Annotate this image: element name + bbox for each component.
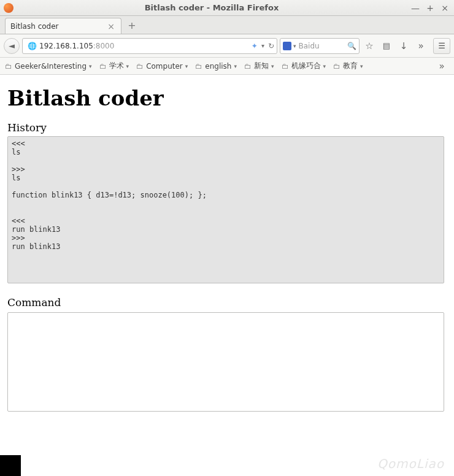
- reload-icon[interactable]: ↻: [268, 42, 274, 50]
- firefox-app-icon: [4, 3, 13, 13]
- folder-icon: 🗀: [195, 62, 202, 71]
- window-title: Bitlash coder - Mozilla Firefox: [17, 3, 406, 12]
- folder-icon: 🗀: [136, 62, 144, 71]
- url-bar[interactable]: 🌐 192.168.1.105:8000 ✦ ▾ ↻: [22, 38, 277, 54]
- search-engine-dropdown-icon[interactable]: ▾: [293, 43, 296, 49]
- bookmark-folder[interactable]: 🗀Computer▾: [136, 62, 188, 71]
- bookmark-label: Geeker&Interesting: [15, 62, 87, 71]
- url-host: 192.168.1.105: [39, 42, 93, 50]
- bookmarks-overflow-button[interactable]: »: [434, 59, 449, 74]
- maximize-button[interactable]: +: [426, 4, 434, 12]
- folder-icon: 🗀: [99, 62, 107, 71]
- feed-icon[interactable]: ✦: [252, 42, 258, 50]
- bookmark-label: 机缘巧合: [291, 61, 321, 71]
- search-placeholder: Baidu: [299, 42, 347, 50]
- arrow-left-icon: ◄: [9, 41, 15, 50]
- tab-bar: Bitlash coder × +: [0, 16, 454, 34]
- close-window-button[interactable]: ×: [441, 4, 449, 12]
- bookmark-folder[interactable]: 🗀机缘巧合▾: [282, 61, 326, 71]
- navigation-toolbar: ◄ 🌐 192.168.1.105:8000 ✦ ▾ ↻ ▾ Baidu 🔍 ☆…: [0, 34, 454, 58]
- bookmark-folder[interactable]: 🗀english▾: [195, 62, 237, 71]
- chevron-down-icon: ▾: [185, 63, 188, 69]
- folder-icon: 🗀: [5, 62, 12, 71]
- minimize-button[interactable]: —: [411, 4, 420, 12]
- folder-icon: 🗀: [244, 62, 252, 71]
- hamburger-menu-button[interactable]: ☰: [433, 38, 450, 54]
- folder-icon: 🗀: [333, 62, 340, 71]
- history-textarea[interactable]: [7, 136, 444, 283]
- search-bar[interactable]: ▾ Baidu 🔍: [280, 38, 360, 54]
- window-titlebar: Bitlash coder - Mozilla Firefox — + ×: [0, 0, 454, 16]
- bookmark-label: 新知: [254, 61, 269, 71]
- downloads-button[interactable]: ↓: [396, 39, 411, 53]
- search-engine-icon: [283, 42, 291, 50]
- chevron-down-icon: ▾: [89, 63, 92, 69]
- command-label: Command: [7, 296, 447, 309]
- new-tab-button[interactable]: +: [125, 20, 139, 32]
- folder-icon: 🗀: [282, 62, 289, 71]
- bookmark-folder[interactable]: 🗀新知▾: [244, 61, 274, 71]
- chevron-down-icon: ▾: [323, 63, 326, 69]
- chevron-down-icon: ▾: [360, 63, 363, 69]
- bookmark-label: english: [205, 62, 231, 71]
- history-label: History: [7, 121, 447, 134]
- black-square: [0, 455, 21, 476]
- bookmark-label: Computer: [146, 62, 183, 71]
- tab-title: Bitlash coder: [10, 22, 59, 31]
- browser-tab[interactable]: Bitlash coder ×: [5, 18, 121, 34]
- watermark-text: QomoLiao: [377, 456, 444, 471]
- bookmarks-list-button[interactable]: ▤: [379, 39, 394, 53]
- overflow-button[interactable]: »: [414, 39, 428, 53]
- page-content: Bitlash coder History Command: [0, 75, 454, 420]
- bookmark-folder[interactable]: 🗀Geeker&Interesting▾: [5, 62, 92, 71]
- globe-icon: 🌐: [28, 42, 37, 50]
- chevron-down-icon: ▾: [271, 63, 274, 69]
- bookmark-folder[interactable]: 🗀学术▾: [99, 61, 129, 71]
- bookmark-label: 学术: [109, 61, 124, 71]
- url-port: :8000: [93, 42, 115, 50]
- page-heading: Bitlash coder: [7, 86, 447, 110]
- command-textarea[interactable]: [7, 312, 444, 412]
- search-icon[interactable]: 🔍: [347, 42, 356, 50]
- tab-close-button[interactable]: ×: [106, 21, 116, 31]
- chevron-down-icon: ▾: [234, 63, 237, 69]
- url-dropdown-icon[interactable]: ▾: [261, 42, 264, 49]
- back-button[interactable]: ◄: [4, 38, 20, 54]
- bookmark-star-button[interactable]: ☆: [362, 39, 377, 53]
- chevron-down-icon: ▾: [126, 63, 129, 69]
- bookmarks-toolbar: 🗀Geeker&Interesting▾ 🗀学术▾ 🗀Computer▾ 🗀en…: [0, 58, 454, 75]
- bookmark-folder[interactable]: 🗀教育▾: [333, 61, 363, 71]
- bookmark-label: 教育: [343, 61, 358, 71]
